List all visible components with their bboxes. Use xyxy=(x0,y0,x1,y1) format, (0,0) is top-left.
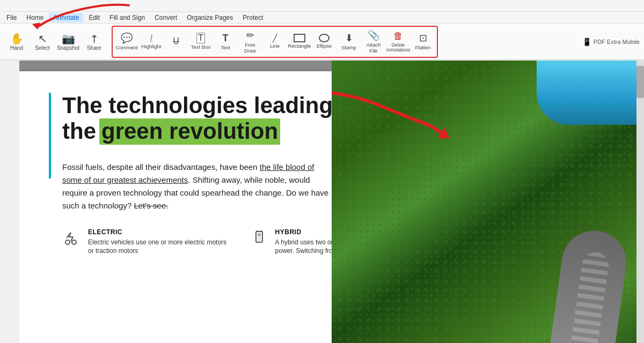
body-text-1: Fossil fuels, despite all their disadvan… xyxy=(62,162,260,172)
snapshot-label: Snapshot xyxy=(57,45,79,51)
svg-point-5 xyxy=(72,240,76,244)
svg-rect-8 xyxy=(258,233,261,236)
menu-file[interactable]: File xyxy=(2,13,21,23)
ellipse-label: Ellipse xyxy=(317,43,332,49)
comment-icon: 💬 xyxy=(121,32,133,44)
electric-title: ELECTRIC xyxy=(88,228,228,236)
annotate-tools-group: 💬 Comment I Highlight U T Text Box T Tex… xyxy=(112,26,438,58)
menu-fill-sign[interactable]: Fill and Sign xyxy=(105,13,149,23)
flatten-label: Flatten xyxy=(415,45,430,50)
line-tool[interactable]: ╱ Line xyxy=(263,28,287,56)
attach-label: Attach File xyxy=(363,42,384,54)
text-label: Text xyxy=(221,45,230,50)
hybrid-icon xyxy=(250,228,269,251)
scrollbar[interactable] xyxy=(636,61,644,343)
rectangle-tool[interactable]: Rectangle xyxy=(288,28,311,56)
text-icon: T xyxy=(223,33,229,44)
hybrid-feature-text: HYBRID A hybrid uses two or more distinc… xyxy=(275,228,332,256)
highlight-icon: I xyxy=(150,33,152,43)
rectangle-icon xyxy=(294,34,305,42)
feature-hybrid: HYBRID A hybrid uses two or more distinc… xyxy=(250,228,332,256)
title-prefix: the xyxy=(62,118,96,144)
comment-label: Comment xyxy=(115,45,137,50)
highlight-label: Highlight xyxy=(142,44,162,49)
select-label: Select xyxy=(35,45,50,51)
menu-convert[interactable]: Convert xyxy=(150,13,181,23)
title-line-1: The technologies leading xyxy=(62,93,332,118)
right-image-panel xyxy=(332,61,644,343)
hybrid-title: HYBRID xyxy=(275,228,332,236)
feature-electric: ELECTRIC Electric vehicles use one or mo… xyxy=(62,228,228,256)
toolbar: ✋ Hand ↖ Select 📷 Snapshot ↗ Share 💬 Com… xyxy=(0,24,644,60)
hand-label: Hand xyxy=(10,45,23,51)
main-area: ≡ 🔖 🔍 📎 💬 ✏ › The technologies leading t… xyxy=(19,61,644,343)
page-title: The technologies leading the green revol… xyxy=(62,93,332,145)
menu-annotate[interactable]: Annotate xyxy=(49,13,83,23)
delete-annotations-icon: 🗑 xyxy=(393,31,403,42)
attach-file-tool[interactable]: 📎 Attach File xyxy=(362,28,385,56)
flatten-icon: ⊡ xyxy=(419,32,427,44)
text-tool[interactable]: T Text xyxy=(214,28,237,56)
share-label: Share xyxy=(87,45,101,51)
share-tool[interactable]: ↗ Share xyxy=(82,27,106,57)
electric-icon xyxy=(62,228,82,251)
line-label: Line xyxy=(270,43,280,49)
textbox-label: Text Box xyxy=(191,44,210,50)
textbox-tool[interactable]: T Text Box xyxy=(189,28,213,56)
ellipse-tool[interactable]: Ellipse xyxy=(312,28,336,56)
scroll-thumb[interactable] xyxy=(636,66,644,98)
stamp-icon: ⬇ xyxy=(345,32,353,44)
electric-feature-text: ELECTRIC Electric vehicles use one or mo… xyxy=(88,228,228,256)
strikethrough-icon: U xyxy=(173,36,179,46)
red-arrow-annotation-right xyxy=(332,82,450,152)
rectangle-label: Rectangle xyxy=(288,43,311,49)
line-icon: ╱ xyxy=(273,34,277,42)
comment-tool[interactable]: 💬 Comment xyxy=(115,28,138,56)
page-accent-bar xyxy=(49,93,51,178)
hand-tool[interactable]: ✋ Hand xyxy=(4,27,29,57)
body-strikethrough-text: Let's see. xyxy=(134,201,168,210)
pdf-extra-branding: 📱 PDF Extra Mobile xyxy=(582,38,640,46)
menu-edit[interactable]: Edit xyxy=(84,13,104,23)
highlight-green-text: green revolution xyxy=(99,118,280,144)
pdf-page: The technologies leading the green revol… xyxy=(19,71,332,343)
stamp-tool[interactable]: ⬇ Stamp xyxy=(337,28,361,56)
title-bar xyxy=(0,0,644,12)
menu-home[interactable]: Home xyxy=(22,13,48,23)
page-body-text: Fossil fuels, despite all their disadvan… xyxy=(62,161,331,212)
snapshot-tool[interactable]: 📷 Snapshot xyxy=(56,27,80,57)
highlight-tool[interactable]: I Highlight xyxy=(140,28,163,56)
attach-icon: 📎 xyxy=(368,29,379,41)
title-line-2: the green revolution xyxy=(62,118,332,144)
stamp-label: Stamp xyxy=(341,45,356,50)
features-section: ELECTRIC Electric vehicles use one or mo… xyxy=(62,228,332,256)
svg-rect-9 xyxy=(258,237,261,241)
ellipse-icon xyxy=(319,34,330,42)
menu-bar: File Home Annotate Edit Fill and Sign Co… xyxy=(0,12,644,24)
toolbar-left-group: ✋ Hand ↖ Select 📷 Snapshot ↗ Share xyxy=(4,27,106,57)
freedraw-label: Free Draw xyxy=(239,42,261,54)
textbox-icon: T xyxy=(196,33,205,43)
menu-organize-pages[interactable]: Organize Pages xyxy=(182,13,237,23)
svg-point-6 xyxy=(65,240,70,244)
freedraw-icon: ✏ xyxy=(246,29,254,41)
select-tool[interactable]: ↖ Select xyxy=(30,27,55,57)
hybrid-description: A hybrid uses two or more distinct types… xyxy=(275,238,332,256)
electric-description: Electric vehicles use one or more electr… xyxy=(88,238,228,256)
pdf-extra-text: PDF Extra Mobile xyxy=(594,39,640,45)
menu-protect[interactable]: Protect xyxy=(238,13,267,23)
delete-annotations-tool[interactable]: 🗑 Delete Annotations xyxy=(386,28,410,56)
freedraw-tool[interactable]: ✏ Free Draw xyxy=(238,28,262,56)
flatten-tool[interactable]: ⊡ Flatten xyxy=(411,28,435,56)
delete-annotations-label: Delete Annotations xyxy=(386,43,411,53)
strikethrough-tool[interactable]: U xyxy=(164,28,188,56)
water-area xyxy=(537,61,644,125)
